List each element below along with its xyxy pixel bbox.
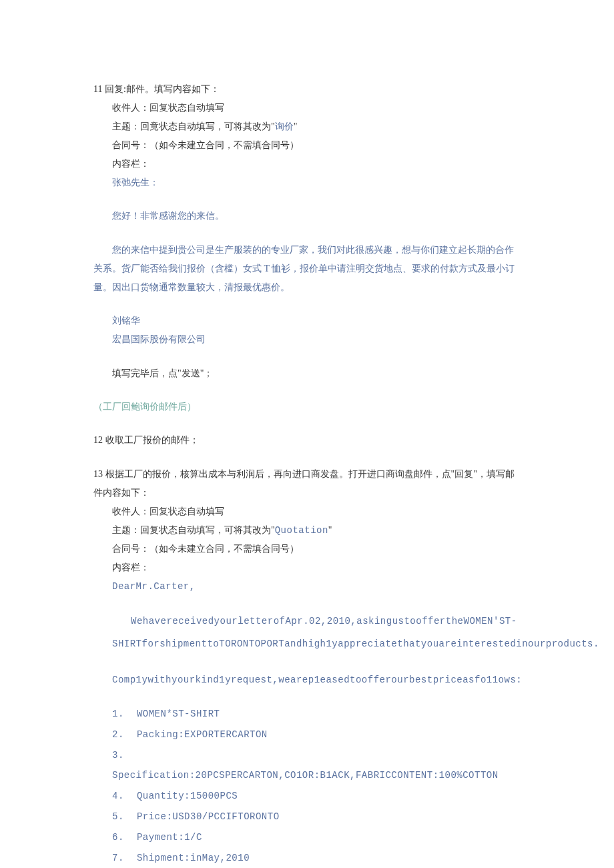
s13-p1: WehavereceivedyourletterofApr.02,2010,as… (112, 610, 521, 655)
s13-dear: DearMr.Carter, (93, 577, 521, 596)
s11-subject-value: 询价 (275, 121, 294, 131)
s11-contract: 合同号：（如今未建立合同，不需填合同号） (93, 136, 521, 155)
list-item-text: Payment:1/C (131, 832, 202, 843)
list-item: 5. Price:USD30/PCCIFTORONTO (93, 807, 521, 827)
s13-item-list: 1. WOMEN*ST-SHIRT2. Packing:EXPORTERCART… (93, 704, 521, 868)
s11-greet: 张弛先生： (93, 173, 521, 192)
list-item: 6. Payment:1/C (93, 827, 521, 848)
s13-header: 13 根据工厂的报价，核算出成本与利润后，再向进口商发盘。打开进口商询盘邮件，点… (93, 465, 521, 502)
list-item-text: Packing:EXPORTERCARTON (131, 729, 268, 740)
list-item: 4. Quantity:15000PCS (93, 786, 521, 807)
list-item-number: 2. (112, 725, 131, 745)
s11-line1: 您好！非常感谢您的来信。 (93, 207, 521, 226)
s13-subject-value: Quotation (275, 525, 328, 536)
list-item-number: 5. (112, 807, 131, 827)
s11-subject: 主题：回竟状态自动填写，可将其改为"询价" (93, 117, 521, 136)
s13-p1-wrap: WehavereceivedyourletterofApr.02,2010,as… (93, 610, 521, 655)
list-item-text: WOMEN*ST-SHIRT (131, 709, 220, 719)
s11-header: 11 回复:邮件。填写内容如下： (93, 80, 521, 99)
list-item-number: 3. (112, 745, 131, 766)
s11-subject-suffix: " (294, 121, 298, 131)
factory-note: （工厂回鲍询价邮件后） (93, 398, 521, 416)
list-item-text: Quantity:15000PCS (131, 791, 238, 801)
list-item: 1. WOMEN*ST-SHIRT (93, 704, 521, 725)
s13-subject-prefix: 主题：回复状态自动填写，可将其改为" (112, 525, 275, 535)
s13-contract: 合同号：（如今未建立合同，不需填合同号） (93, 540, 521, 558)
list-item: 2. Packing:EXPORTERCARTON (93, 725, 521, 745)
list-item: 7. Shipment:inMay,2010 (93, 848, 521, 868)
s11-content-label: 内容栏： (93, 155, 521, 173)
s11-body: 您的来信中提到贵公司是生产服装的的专业厂家，我们对此很感兴趣，想与你们建立起长期… (93, 241, 521, 297)
s11-sign-company: 宏昌国际股份有限公司 (93, 330, 521, 349)
s11-recipient: 收件人：回复状态自动填写 (93, 99, 521, 117)
s13-subject: 主题：回复状态自动填写，可将其改为"Quotation" (93, 521, 521, 540)
list-item: 3. Specification:20PCSPERCARTON,CO1OR:B1… (93, 745, 521, 787)
s13-recipient: 收件人：回复状态自动填写 (93, 502, 521, 521)
s13-p2: Comp1ywithyourkind1yrequest,wearep1eased… (93, 671, 521, 689)
list-item-text: Price:USD30/PCCIFTORONTO (131, 811, 280, 822)
s12-header: 12 收取工厂报价的邮件； (93, 431, 521, 450)
list-item-text: Specification:20PCSPERCARTON,CO1OR:B1ACK… (112, 770, 499, 781)
list-item-number: 6. (112, 827, 131, 848)
s11-sign-name: 刘铭华 (93, 312, 521, 330)
list-item-number: 1. (112, 704, 131, 725)
s11-after-fill: 填写完毕后，点"发送"； (93, 364, 521, 383)
list-item-number: 7. (112, 848, 131, 868)
list-item-text: Shipment:inMay,2010 (131, 853, 250, 863)
s11-subject-prefix: 主题：回竟状态自动填写，可将其改为" (112, 121, 275, 131)
list-item-number: 4. (112, 786, 131, 807)
s13-subject-suffix: " (328, 525, 332, 535)
s13-content-label: 内容栏： (93, 558, 521, 577)
